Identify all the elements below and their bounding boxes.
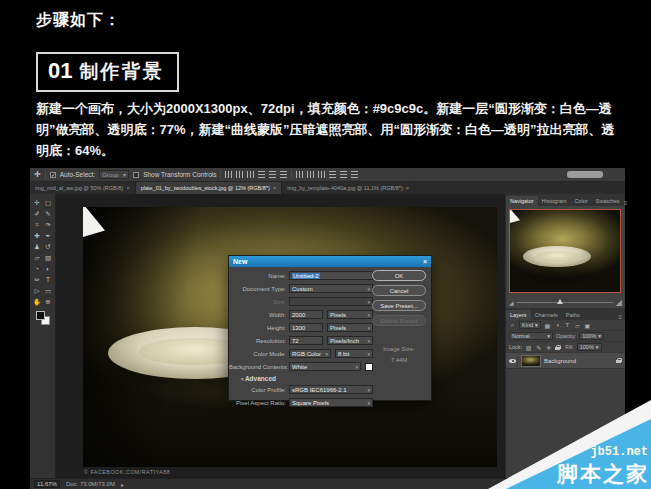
bit-depth-dropdown[interactable]: 8 bit▾ xyxy=(335,349,373,358)
cancel-button[interactable]: Cancel xyxy=(372,285,426,296)
filter-type-icon[interactable]: T xyxy=(564,322,571,329)
auto-select-dropdown[interactable]: Group▾ xyxy=(99,170,129,179)
opacity-dropdown[interactable]: 100%▾ xyxy=(579,332,604,340)
pixel-aspect-ratio-dropdown[interactable]: Square Pixels▾ xyxy=(289,398,373,407)
panel-tab-channels[interactable]: Channels xyxy=(531,310,562,320)
filter-pixel-icon[interactable]: ▦ xyxy=(544,322,551,329)
height-input[interactable]: 1300 xyxy=(289,323,323,332)
color-profile-dropdown[interactable]: sRGB IEC61966-2.1▾ xyxy=(289,385,373,394)
chevron-down-icon: ▾ xyxy=(355,364,358,370)
show-transform-checkbox[interactable] xyxy=(133,172,139,178)
plate-subject xyxy=(523,246,591,267)
fill-dropdown[interactable]: 100%▾ xyxy=(577,343,602,351)
document-tab-1[interactable]: plate_01_by_twodoubles_stock.jpg @ 12% (… xyxy=(136,182,283,194)
close-icon[interactable]: × xyxy=(406,185,410,191)
height-unit-dropdown[interactable]: Pixels▾ xyxy=(327,323,373,332)
distribute-middle-icon[interactable] xyxy=(340,171,347,178)
distribute-center-icon[interactable] xyxy=(307,171,314,178)
zoom-tool-icon[interactable]: ⊕ xyxy=(43,296,54,307)
document-type-dropdown[interactable]: Custom▾ xyxy=(289,284,373,293)
zoom-slider-knob[interactable] xyxy=(557,299,563,304)
document-tab-2[interactable]: img_by_template-4040a.jpg @ 11.1% (RGB/8… xyxy=(282,182,415,194)
healing-brush-tool-icon[interactable]: ✚ xyxy=(32,230,43,241)
move-tool-icon[interactable]: ✛ xyxy=(34,170,41,179)
width-input[interactable]: 2000 xyxy=(289,310,323,319)
align-left-icon[interactable] xyxy=(225,171,232,178)
move-tool-icon[interactable]: ✛ xyxy=(32,197,43,208)
width-unit-dropdown[interactable]: Pixels▾ xyxy=(327,310,373,319)
chevron-right-icon[interactable]: ▸ xyxy=(121,481,124,488)
distribute-left-icon[interactable] xyxy=(296,171,303,178)
lock-position-icon[interactable]: ✛ xyxy=(545,344,552,351)
advanced-section-toggle[interactable]: ▾ Advanced xyxy=(241,375,431,382)
distribute-top-icon[interactable] xyxy=(329,171,336,178)
auto-select-checkbox[interactable] xyxy=(50,172,56,178)
clone-stamp-tool-icon[interactable]: ♟ xyxy=(32,241,43,252)
zoom-level-field[interactable]: 11.67% xyxy=(34,480,60,488)
filter-adjustment-icon[interactable]: ◑ xyxy=(554,322,561,329)
align-center-icon[interactable] xyxy=(236,171,243,178)
lasso-tool-icon[interactable]: ✐ xyxy=(32,208,43,219)
zoom-out-icon[interactable]: ◢ xyxy=(509,299,514,306)
ok-button[interactable]: OK xyxy=(372,270,426,281)
blend-mode-dropdown[interactable]: Normal▾ xyxy=(509,332,553,340)
layer-visibility-toggle[interactable] xyxy=(508,356,518,366)
resolution-input[interactable]: 72 xyxy=(289,336,323,345)
zoom-slider-track[interactable] xyxy=(517,302,613,303)
blur-tool-icon[interactable]: ◔ xyxy=(32,263,43,274)
save-preset-button[interactable]: Save Preset... xyxy=(372,300,426,311)
panel-menu-icon[interactable]: ≡ xyxy=(624,200,631,206)
close-icon[interactable]: × xyxy=(423,258,427,265)
foreground-color-swatch[interactable] xyxy=(36,311,45,320)
close-icon[interactable]: × xyxy=(273,185,277,191)
pen-tool-icon[interactable]: ✏ xyxy=(32,274,43,285)
filter-kind-dropdown[interactable]: Kind▾ xyxy=(519,321,541,329)
panel-tab-swatches[interactable]: Swatches xyxy=(592,196,624,206)
distribute-right-icon[interactable] xyxy=(318,171,325,178)
panel-tab-histogram[interactable]: Histogram xyxy=(538,196,571,206)
background-contents-dropdown[interactable]: White▾ xyxy=(289,362,361,371)
filter-shape-icon[interactable]: ▱ xyxy=(574,322,581,329)
align-right-icon[interactable] xyxy=(247,171,254,178)
brush-tool-icon[interactable]: ✒ xyxy=(43,230,54,241)
lock-pixels-icon[interactable]: ✎ xyxy=(535,344,542,351)
align-bottom-icon[interactable] xyxy=(280,171,287,178)
pixel-aspect-ratio-row: Pixel Aspect Ratio: Square Pixels▾ xyxy=(229,397,431,408)
name-input[interactable]: Untitled-2 xyxy=(289,271,373,280)
marquee-tool-icon[interactable]: ▢ xyxy=(43,197,54,208)
gradient-tool-icon[interactable]: ▨ xyxy=(43,252,54,263)
color-mode-dropdown[interactable]: RGB Color▾ xyxy=(289,349,331,358)
filter-smart-icon[interactable]: ▣ xyxy=(584,322,591,329)
history-brush-tool-icon[interactable]: ↺ xyxy=(43,241,54,252)
hand-tool-icon[interactable]: ✋ xyxy=(32,296,43,307)
close-icon[interactable]: × xyxy=(126,185,130,191)
zoom-in-icon[interactable]: ◢ xyxy=(616,298,622,307)
shape-tool-icon[interactable]: ▭ xyxy=(43,285,54,296)
dodge-tool-icon[interactable]: ◐ xyxy=(43,263,54,274)
panel-tab-color[interactable]: Color xyxy=(571,196,592,206)
panel-tab-navigator[interactable]: Navigator xyxy=(506,196,538,206)
panel-tab-layers[interactable]: Layers xyxy=(506,310,531,320)
eraser-tool-icon[interactable]: ▱ xyxy=(32,252,43,263)
resolution-unit-dropdown[interactable]: Pixels/Inch▾ xyxy=(327,336,373,345)
document-tab-0[interactable]: img_mid_al_aw.jpg @ 50% (RGB/8)× xyxy=(30,182,136,194)
layer-row-background[interactable]: Background xyxy=(506,353,625,369)
type-tool-icon[interactable]: T xyxy=(43,274,54,285)
lock-transparency-icon[interactable]: ▨ xyxy=(525,344,532,351)
crop-tool-icon[interactable]: ⌗ xyxy=(32,219,43,230)
dialog-titlebar[interactable]: New × xyxy=(229,256,431,267)
align-top-icon[interactable] xyxy=(258,171,265,178)
path-selection-tool-icon[interactable]: ▷ xyxy=(32,285,43,296)
navigator-preview[interactable] xyxy=(509,209,621,293)
quick-selection-tool-icon[interactable]: ✎ xyxy=(43,208,54,219)
color-swatches[interactable] xyxy=(36,311,50,325)
layer-thumbnail[interactable] xyxy=(521,355,541,367)
panel-menu-icon[interactable]: ≡ xyxy=(618,314,625,320)
lock-all-icon[interactable] xyxy=(555,345,560,350)
eyedropper-tool-icon[interactable]: ✑ xyxy=(43,219,54,230)
align-middle-icon[interactable] xyxy=(269,171,276,178)
dock-collapse-button[interactable] xyxy=(567,171,603,178)
navigator-zoom-slider[interactable]: ◢ ◢ xyxy=(506,296,625,308)
distribute-bottom-icon[interactable] xyxy=(351,171,358,178)
panel-tab-paths[interactable]: Paths xyxy=(562,310,584,320)
